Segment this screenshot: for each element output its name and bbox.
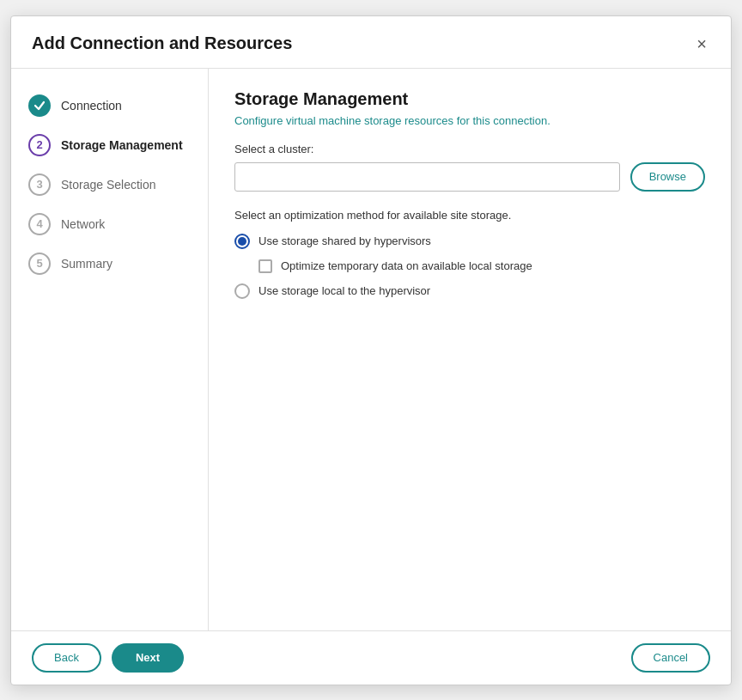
sidebar-item-connection[interactable]: Connection (11, 86, 208, 125)
sidebar-item-storage-management[interactable]: 2 Storage Management (11, 125, 208, 165)
radio-shared-inner (238, 237, 246, 246)
step-icon-storage-selection: 3 (28, 173, 51, 196)
main-content: Storage Management Configure virtual mac… (209, 69, 731, 630)
sidebar-item-network[interactable]: 4 Network (11, 204, 208, 244)
option-temporary-label: Optimize temporary data on available loc… (281, 259, 532, 272)
dialog-title: Add Connection and Resources (32, 33, 292, 53)
section-title: Storage Management (234, 89, 705, 109)
step-icon-summary: 5 (28, 253, 51, 275)
close-button[interactable]: × (693, 32, 710, 56)
section-subtitle: Configure virtual machine storage resour… (234, 114, 705, 127)
option-local-label: Use storage local to the hypervisor (258, 284, 430, 297)
cluster-label: Select a cluster: (234, 143, 705, 155)
cancel-button[interactable]: Cancel (631, 643, 710, 673)
step-label-network: Network (61, 217, 105, 231)
sidebar-item-storage-selection[interactable]: 3 Storage Selection (11, 165, 208, 204)
step-label-storage-selection: Storage Selection (61, 178, 156, 192)
dialog-body: Connection 2 Storage Management 3 Storag… (11, 69, 731, 630)
option-shared[interactable]: Use storage shared by hypervisors (234, 234, 705, 249)
browse-button[interactable]: Browse (630, 162, 705, 192)
optimization-label: Select an optimization method for availa… (234, 209, 705, 222)
step-label-summary: Summary (61, 257, 113, 271)
step-label-connection: Connection (61, 99, 122, 113)
step-icon-connection (28, 94, 51, 117)
option-local[interactable]: Use storage local to the hypervisor (234, 283, 705, 299)
back-button[interactable]: Back (32, 643, 101, 673)
radio-local-circle (234, 283, 250, 299)
option-temporary[interactable]: Optimize temporary data on available loc… (258, 259, 705, 273)
cluster-input[interactable] (234, 162, 620, 192)
checkbox-temporary[interactable] (258, 259, 272, 273)
next-button[interactable]: Next (112, 643, 184, 673)
option-shared-label: Use storage shared by hypervisors (258, 234, 431, 247)
footer-left: Back Next (32, 643, 184, 673)
sidebar: Connection 2 Storage Management 3 Storag… (11, 69, 209, 630)
radio-shared-circle (234, 234, 250, 249)
step-icon-network: 4 (28, 213, 51, 235)
add-connection-dialog: Add Connection and Resources × Connectio… (10, 15, 732, 685)
dialog-header: Add Connection and Resources × (11, 16, 731, 69)
cluster-row: Browse (234, 162, 705, 192)
dialog-footer: Back Next Cancel (11, 630, 731, 685)
step-label-storage-management: Storage Management (61, 138, 183, 152)
sidebar-item-summary[interactable]: 5 Summary (11, 244, 208, 283)
step-icon-storage-management: 2 (28, 134, 51, 156)
